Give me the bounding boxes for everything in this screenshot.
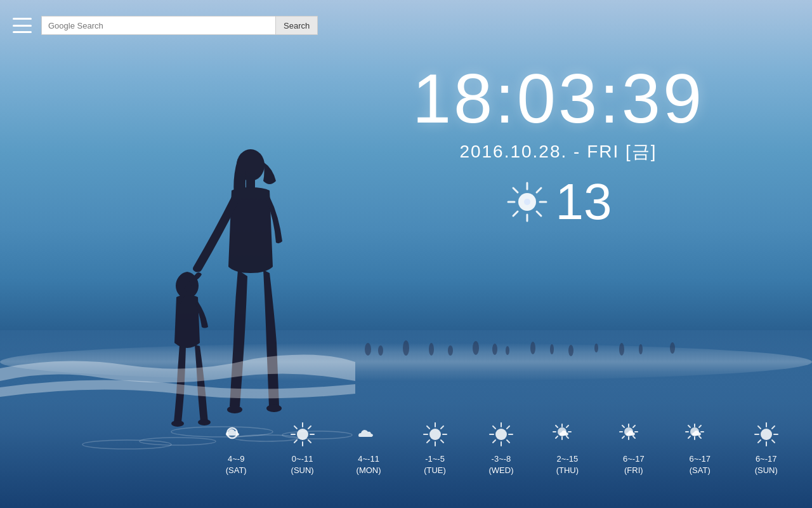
svg-line-69 — [556, 425, 558, 427]
forecast-temp-8: 6~-17(SUN) — [755, 453, 778, 476]
clock-area: 18:03:39 2016.10.28. - FRI [금] 13 — [304, 64, 812, 227]
svg-point-46 — [297, 429, 308, 440]
forecast-icon-1 — [287, 419, 318, 450]
svg-point-13 — [378, 345, 383, 356]
svg-point-36 — [524, 199, 530, 205]
forecast-day-2: 4~-11(MON) — [346, 419, 391, 476]
svg-point-19 — [506, 346, 509, 355]
menu-button[interactable] — [13, 18, 32, 33]
forecast-temp-3: -1~-5(TUE) — [424, 453, 446, 476]
svg-point-26 — [670, 342, 675, 354]
svg-line-34 — [513, 211, 518, 216]
svg-point-12 — [365, 343, 371, 356]
svg-point-3 — [266, 404, 282, 412]
forecast-icon-0 — [221, 419, 251, 450]
forecast-temp-1: 0~-11(SUN) — [291, 453, 314, 476]
svg-point-5 — [171, 420, 184, 427]
forecast-day-6: 6~-17(FRI) — [612, 419, 656, 476]
svg-line-60 — [493, 426, 495, 429]
svg-line-78 — [622, 425, 624, 427]
svg-line-53 — [441, 426, 443, 429]
svg-line-33 — [537, 188, 541, 192]
svg-line-45 — [294, 440, 297, 443]
forecast-temp-0: 4~-9(SAT) — [226, 453, 247, 476]
svg-point-24 — [619, 343, 624, 356]
svg-line-51 — [427, 426, 429, 429]
svg-point-64 — [495, 429, 507, 440]
svg-line-71 — [566, 425, 568, 427]
clock-time: 18:03:39 — [412, 64, 704, 133]
svg-point-55 — [429, 429, 441, 440]
forecast-temp-7: 6~-17(SAT) — [689, 453, 710, 476]
svg-line-81 — [622, 436, 624, 438]
svg-line-87 — [688, 425, 690, 427]
weather-forecast: 4~-9(SAT) 0~-11(SUN) 4~-11(MON) — [203, 419, 799, 476]
forecast-icon-2 — [353, 419, 384, 450]
svg-point-14 — [403, 340, 409, 356]
forecast-day-5: 2~-15(THU) — [545, 419, 589, 476]
current-temperature: 13 — [556, 177, 612, 227]
current-weather: 13 — [505, 177, 612, 227]
svg-point-17 — [473, 341, 479, 355]
svg-line-70 — [566, 436, 568, 438]
forecast-day-7: 6~-17(SAT) — [678, 419, 722, 476]
svg-point-15 — [429, 343, 434, 356]
svg-point-100 — [761, 429, 772, 440]
forecast-icon-6 — [619, 419, 649, 450]
forecast-temp-2: 4~-11(MON) — [357, 453, 381, 476]
bg-people — [0, 318, 812, 368]
svg-line-72 — [556, 436, 558, 438]
forecast-day-0: 4~-9(SAT) — [214, 419, 258, 476]
svg-line-31 — [513, 188, 518, 192]
svg-point-22 — [568, 345, 573, 356]
forecast-icon-4 — [486, 419, 516, 450]
forecast-temp-5: 2~-15(THU) — [556, 453, 579, 476]
forecast-icon-3 — [420, 419, 450, 450]
forecast-day-8: 6~-17(SUN) — [744, 419, 789, 476]
svg-line-89 — [699, 425, 701, 427]
svg-line-52 — [441, 440, 443, 443]
svg-line-88 — [699, 436, 701, 438]
search-container: Search — [41, 16, 318, 35]
top-bar: Search — [0, 0, 812, 51]
svg-point-23 — [594, 344, 598, 352]
svg-point-16 — [448, 345, 453, 356]
svg-line-97 — [772, 440, 775, 443]
forecast-day-4: -3~-8(WED) — [479, 419, 523, 476]
svg-line-44 — [308, 426, 311, 429]
forecast-icon-5 — [552, 419, 582, 450]
svg-line-54 — [427, 440, 429, 443]
svg-line-96 — [758, 426, 761, 429]
forecast-day-1: 0~-11(SUN) — [280, 419, 325, 476]
forecast-temp-4: -3~-8(WED) — [488, 453, 513, 476]
svg-line-43 — [308, 440, 311, 443]
forecast-day-3: -1~-5(TUE) — [413, 419, 457, 476]
svg-line-98 — [772, 426, 775, 429]
svg-line-42 — [294, 426, 297, 429]
search-button[interactable]: Search — [276, 16, 318, 35]
svg-line-90 — [688, 436, 690, 438]
forecast-temp-6: 6~-17(FRI) — [623, 453, 645, 476]
svg-point-18 — [492, 344, 497, 355]
svg-point-2 — [227, 406, 242, 413]
current-weather-icon — [505, 180, 549, 224]
forecast-icon-7 — [684, 419, 715, 450]
svg-line-32 — [537, 211, 541, 216]
svg-point-21 — [550, 344, 554, 354]
svg-line-99 — [758, 440, 761, 443]
svg-point-20 — [530, 342, 535, 354]
search-input[interactable] — [41, 16, 276, 35]
forecast-icon-8 — [751, 419, 782, 450]
svg-line-79 — [633, 436, 635, 438]
clock-date: 2016.10.28. - FRI [금] — [459, 140, 657, 164]
svg-line-62 — [507, 426, 509, 429]
svg-point-25 — [639, 344, 643, 354]
svg-line-80 — [633, 425, 635, 427]
svg-line-61 — [507, 440, 509, 443]
svg-line-63 — [493, 440, 495, 443]
